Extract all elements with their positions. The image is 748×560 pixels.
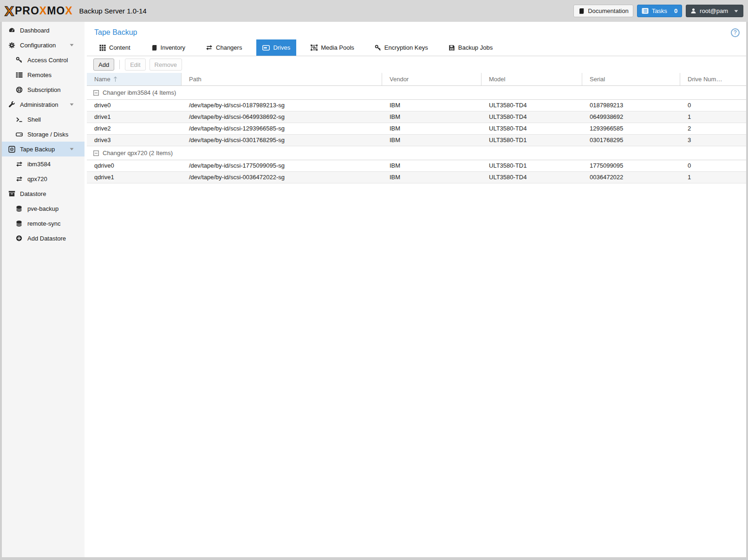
- sidebar-item-datastore[interactable]: Datastore: [2, 186, 85, 201]
- cell-vendor: IBM: [382, 135, 481, 146]
- sidebar-item-remotes[interactable]: Remotes: [2, 67, 85, 82]
- group-header-qpx720[interactable]: Changer qpx720 (2 Items): [87, 146, 746, 160]
- column-header-drive-num[interactable]: Drive Num…: [680, 73, 746, 85]
- cell-model: ULT3580-TD4: [481, 123, 582, 134]
- cell-name: drive0: [87, 100, 182, 111]
- column-header-model[interactable]: Model: [481, 73, 582, 85]
- cell-serial: 0036472022: [582, 172, 680, 183]
- collapse-minus-square-icon[interactable]: [93, 90, 99, 96]
- proxmox-x-mark: X: [5, 4, 14, 18]
- cell-drive-num: 0: [680, 160, 746, 171]
- cell-name: drive2: [87, 123, 182, 134]
- tab-backup-jobs[interactable]: Backup Jobs: [442, 39, 499, 56]
- cell-drive-num: 2: [680, 123, 746, 134]
- drives-table: Name Path Vendor Model Serial Drive Num…: [87, 73, 746, 557]
- tab-inventory[interactable]: Inventory: [145, 39, 191, 56]
- table-row[interactable]: drive1 /dev/tape/by-id/scsi-0649938692-s…: [87, 111, 746, 123]
- key-icon: [375, 45, 381, 51]
- tachometer-icon: [8, 27, 16, 33]
- tape-cartridge-icon: [8, 146, 16, 153]
- cell-path: /dev/tape/by-id/scsi-1293966585-sg: [182, 123, 382, 134]
- book-icon: [151, 45, 157, 51]
- cell-name: qdrive1: [87, 172, 182, 183]
- sidebar-item-ibm3584[interactable]: ibm3584: [2, 156, 85, 171]
- sidebar-item-configuration[interactable]: Configuration: [2, 38, 85, 52]
- tab-content[interactable]: Content: [93, 39, 137, 56]
- sidebar-item-tape-backup[interactable]: Tape Backup: [2, 142, 85, 156]
- add-button[interactable]: Add: [93, 59, 114, 71]
- exchange-icon: [16, 161, 23, 167]
- object-group-icon: [311, 45, 318, 51]
- chevron-down-icon[interactable]: [69, 103, 77, 106]
- book-icon: [578, 8, 585, 14]
- sidebar-item-pve-backup[interactable]: pve-backup: [2, 201, 85, 216]
- cell-name: drive3: [87, 135, 182, 146]
- collapse-minus-square-icon[interactable]: [93, 150, 99, 156]
- cell-drive-num: 1: [680, 172, 746, 183]
- sidebar-item-subscription[interactable]: Subscription: [2, 82, 85, 97]
- cell-path: /dev/tape/by-id/scsi-0301768295-sg: [182, 135, 382, 146]
- support-icon: [16, 86, 23, 93]
- cell-model: ULT3580-TD4: [481, 111, 582, 123]
- proxmox-logo: X PROXMOX: [5, 4, 73, 18]
- tab-changers[interactable]: Changers: [200, 39, 248, 56]
- cell-vendor: IBM: [382, 111, 481, 123]
- cell-name: drive1: [87, 111, 182, 123]
- key-icon: [16, 57, 23, 63]
- tab-encryption-keys[interactable]: Encryption Keys: [369, 39, 434, 56]
- sidebar-item-remote-sync[interactable]: remote-sync: [2, 216, 85, 231]
- cell-model: ULT3580-TD4: [481, 100, 582, 111]
- column-header-vendor[interactable]: Vendor: [382, 73, 481, 85]
- cell-path: /dev/tape/by-id/scsi-1775099095-sg: [182, 160, 382, 171]
- cell-vendor: IBM: [382, 160, 481, 171]
- cell-model: ULT3580-TD4: [481, 172, 582, 183]
- chevron-down-icon: [734, 9, 739, 13]
- sidebar-item-dashboard[interactable]: Dashboard: [2, 23, 85, 38]
- remove-button[interactable]: Remove: [150, 59, 182, 71]
- table-row[interactable]: qdrive1 /dev/tape/by-id/scsi-0036472022-…: [87, 172, 746, 183]
- sidebar-item-shell[interactable]: Shell: [2, 112, 85, 127]
- grid-icon: [99, 45, 106, 51]
- save-icon: [449, 45, 455, 51]
- cell-path: /dev/tape/by-id/scsi-0187989213-sg: [182, 100, 382, 111]
- sidebar-item-administration[interactable]: Administration: [2, 97, 85, 112]
- tab-bar: Content Inventory Changers: [87, 39, 746, 56]
- chevron-down-icon[interactable]: [69, 43, 77, 47]
- table-header-row: Name Path Vendor Model Serial Drive Num…: [87, 73, 746, 86]
- chevron-down-icon[interactable]: [69, 147, 77, 151]
- plus-circle-icon: [16, 235, 23, 241]
- group-header-ibm3584[interactable]: Changer ibm3584 (4 Items): [87, 86, 746, 100]
- tab-drives[interactable]: Drives: [256, 39, 296, 56]
- sidebar-item-add-datastore[interactable]: Add Datastore: [2, 231, 85, 246]
- sidebar-item-storage-disks[interactable]: Storage / Disks: [2, 127, 85, 142]
- help-icon[interactable]: [731, 28, 740, 37]
- cell-vendor: IBM: [382, 123, 481, 134]
- cell-serial: 0301768295: [582, 135, 680, 146]
- cell-serial: 0649938692: [582, 111, 680, 123]
- documentation-button[interactable]: Documentation: [573, 5, 633, 17]
- page-title: Tape Backup: [94, 28, 137, 37]
- edit-button[interactable]: Edit: [125, 59, 145, 71]
- table-row[interactable]: drive3 /dev/tape/by-id/scsi-0301768295-s…: [87, 135, 746, 146]
- cell-vendor: IBM: [382, 172, 481, 183]
- cell-model: ULT3580-TD1: [481, 135, 582, 146]
- column-header-path[interactable]: Path: [182, 73, 382, 85]
- cell-drive-num: 1: [680, 111, 746, 123]
- column-header-serial[interactable]: Serial: [582, 73, 680, 85]
- user-menu-button[interactable]: root@pam: [686, 5, 743, 17]
- tasks-button[interactable]: Tasks 0: [637, 5, 682, 17]
- column-header-name[interactable]: Name: [87, 73, 182, 85]
- table-row[interactable]: drive2 /dev/tape/by-id/scsi-1293966585-s…: [87, 123, 746, 135]
- cogs-icon: [8, 42, 16, 49]
- sidebar-item-qpx720[interactable]: qpx720: [2, 171, 85, 186]
- sidebar-item-access-control[interactable]: Access Control: [2, 52, 85, 67]
- tasks-count-badge: 0: [674, 7, 677, 14]
- table-row[interactable]: drive0 /dev/tape/by-id/scsi-0187989213-s…: [87, 100, 746, 111]
- table-row[interactable]: qdrive0 /dev/tape/by-id/scsi-1775099095-…: [87, 160, 746, 172]
- cell-drive-num: 3: [680, 135, 746, 146]
- tab-media-pools[interactable]: Media Pools: [305, 39, 360, 56]
- cell-path: /dev/tape/by-id/scsi-0649938692-sg: [182, 111, 382, 123]
- hdd-icon: [16, 131, 23, 137]
- wrench-icon: [8, 101, 16, 108]
- exchange-icon: [16, 176, 23, 182]
